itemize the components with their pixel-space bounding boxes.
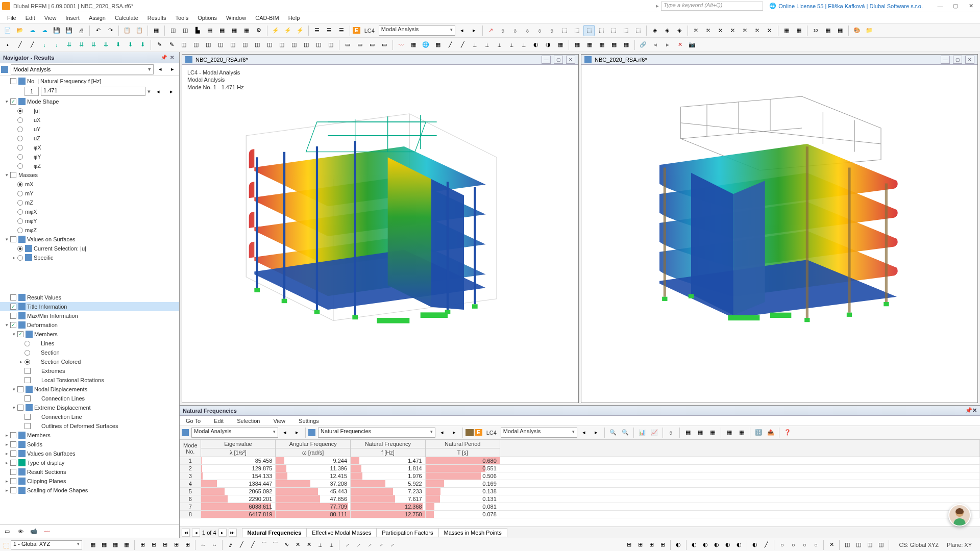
sbr8-icon[interactable]: ◐ [712, 540, 722, 550]
save-icon[interactable]: 💾 [51, 25, 62, 36]
bp-menu-goto[interactable]: Go To [182, 417, 205, 425]
bp-prev3-icon[interactable]: ◂ [578, 427, 590, 438]
pager-first-icon[interactable]: ⏮ [182, 529, 190, 537]
camera-icon[interactable]: 📷 [687, 39, 698, 51]
bp-prev2-icon[interactable]: ◂ [436, 427, 448, 438]
edit10-icon[interactable]: ◫ [264, 39, 275, 51]
tool1-icon[interactable]: ⎀ [498, 25, 509, 36]
sb4-icon[interactable]: ▦ [121, 540, 132, 550]
sb23-icon[interactable]: ⟋ [353, 540, 363, 550]
tree-conn-line[interactable]: Connection Line [0, 412, 179, 421]
sbr10-icon[interactable]: ◐ [734, 540, 744, 550]
cube-icon[interactable]: ⬚ [559, 25, 570, 36]
nav-tab4-icon[interactable]: 〰 [42, 527, 52, 537]
vp-close-icon[interactable]: ✕ [566, 56, 575, 64]
sb19-icon[interactable]: ✕ [304, 540, 314, 550]
tab-participation-factors[interactable]: Participation Factors [376, 528, 438, 537]
edit7-icon[interactable]: ◫ [227, 39, 238, 51]
edit6-icon[interactable]: ◫ [215, 39, 226, 51]
nav-pin-icon[interactable]: 📌 [160, 54, 168, 62]
viewport-canvas-right[interactable] [581, 65, 977, 403]
open-icon[interactable]: 📂 [14, 25, 26, 36]
cube5-icon[interactable]: ⬚ [608, 25, 619, 36]
assistant-avatar[interactable] [948, 504, 971, 527]
prev-lc-icon[interactable]: ◂ [456, 25, 468, 36]
tree-my[interactable]: mY [0, 189, 179, 198]
edit13-icon[interactable]: ◫ [301, 39, 312, 51]
tree-uy[interactable]: uY [0, 124, 179, 134]
sbr3-icon[interactable]: ⊞ [646, 540, 656, 550]
frequencies-table[interactable]: ModeNo. Eigenvalue Angular Frequency Nat… [180, 439, 980, 518]
tree-local-torsion[interactable]: Local Torsional Rotations [0, 375, 179, 385]
bp-next1-icon[interactable]: ▸ [291, 427, 303, 438]
table-row[interactable]: 3 154.133 12.415 1.976 0.506 [180, 472, 980, 480]
tree-lines[interactable]: Lines [0, 339, 179, 348]
sb20-icon[interactable]: ⟂ [315, 540, 325, 550]
sb6-icon[interactable]: ⊞ [149, 540, 159, 550]
bp-pin-icon[interactable]: 📌 [965, 407, 972, 414]
vp-min-icon[interactable]: — [941, 56, 950, 64]
sbr4-icon[interactable]: ⊞ [657, 540, 668, 550]
doc2-icon[interactable]: 📋 [134, 25, 145, 36]
sbr7-icon[interactable]: ◐ [700, 540, 710, 550]
res9-icon[interactable]: ⟂ [494, 39, 505, 51]
sbr16-icon[interactable]: ○ [811, 540, 821, 550]
load3-icon[interactable]: ⇊ [63, 39, 75, 51]
tree-mphy[interactable]: mφY [0, 216, 179, 226]
bp-tool5-icon[interactable]: ⎀ [666, 427, 677, 438]
edit2-icon[interactable]: ✎ [166, 39, 177, 51]
nav-combo-analysis[interactable]: Modal Analysis▾ [11, 64, 154, 74]
bolt3-icon[interactable]: ⚡ [295, 25, 306, 36]
axis6-icon[interactable]: ⤪ [752, 25, 763, 36]
cube7-icon[interactable]: ⬚ [632, 25, 644, 36]
list2-icon[interactable]: ☰ [324, 25, 335, 36]
window2-icon[interactable]: ◫ [180, 25, 191, 36]
saveall-icon[interactable]: 💾 [63, 25, 75, 36]
fem4-icon[interactable]: ▦ [608, 39, 620, 51]
pager-next-icon[interactable]: ▸ [218, 529, 227, 537]
col-nat-h2[interactable]: f [Hz] [351, 448, 426, 457]
edit3-icon[interactable]: ◫ [178, 39, 189, 51]
sbr9-icon[interactable]: ◐ [723, 540, 733, 550]
dim-icon[interactable]: 10 [810, 25, 821, 36]
res13-icon[interactable]: ◑ [543, 39, 554, 51]
axis5-icon[interactable]: ⤪ [740, 25, 751, 36]
tree-deformation[interactable]: ▾Deformation [0, 320, 179, 330]
res3-icon[interactable]: 🌐 [420, 39, 431, 51]
bp-tool11-icon[interactable]: 🔢 [753, 427, 764, 438]
tree-maxmin[interactable]: Max/Min Information [0, 311, 179, 320]
bp-tool3-icon[interactable]: 📊 [636, 427, 648, 438]
vcube2-icon[interactable]: ◈ [662, 25, 673, 36]
sb18-icon[interactable]: ✕ [292, 540, 303, 550]
tree-nodal-disp[interactable]: ▾Nodal Displacements [0, 385, 179, 394]
tree-values-surfaces2[interactable]: ▸Values on Surfaces [0, 449, 179, 458]
sbr20-icon[interactable]: ◫ [865, 540, 875, 550]
tab-natural-frequencies[interactable]: Natural Frequencies [242, 528, 307, 537]
sb11-icon[interactable]: ↔ [209, 540, 219, 550]
tree-specific[interactable]: ▸Specific [0, 253, 179, 262]
calc-icon[interactable]: ▦ [151, 25, 162, 36]
menu-edit[interactable]: Edit [21, 14, 39, 22]
tree-conn-lines[interactable]: Connection Lines [0, 394, 179, 403]
sbr12-icon[interactable]: ╱ [761, 540, 771, 550]
license-link[interactable]: Online License 55 | Eliška Kafková | Dlu… [778, 3, 923, 9]
next-lc-icon[interactable]: ▸ [469, 25, 480, 36]
view2-icon[interactable]: ▦ [793, 25, 804, 36]
tree-extreme-disp[interactable]: ▾Extreme Displacement [0, 403, 179, 412]
edit9-icon[interactable]: ◫ [252, 39, 263, 51]
table-row[interactable]: 6 2290.201 47.856 7.617 0.131 [180, 495, 980, 503]
nav-tab2-icon[interactable]: 👁 [15, 527, 26, 537]
vcube3-icon[interactable]: ◈ [674, 25, 685, 36]
tab-effective-modal-masses[interactable]: Effective Modal Masses [306, 528, 377, 537]
sb13-icon[interactable]: ╱ [236, 540, 247, 550]
fem2-icon[interactable]: ▦ [584, 39, 595, 51]
list3-icon[interactable]: ☰ [336, 25, 347, 36]
nav-next-icon[interactable]: ▸ [167, 64, 178, 75]
viewport-right[interactable]: NBC_2020_RSA.rf6* — ▢ ✕ [581, 54, 978, 403]
sb12-icon[interactable]: ⫽ [225, 540, 235, 550]
col-ang-h2[interactable]: ω [rad/s] [276, 448, 351, 457]
new-icon[interactable]: 📄 [2, 25, 13, 36]
sel2-icon[interactable]: ▭ [354, 39, 365, 51]
edit5-icon[interactable]: ◫ [203, 39, 214, 51]
bp-combo-analysis[interactable]: Modal Analysis [191, 428, 278, 438]
